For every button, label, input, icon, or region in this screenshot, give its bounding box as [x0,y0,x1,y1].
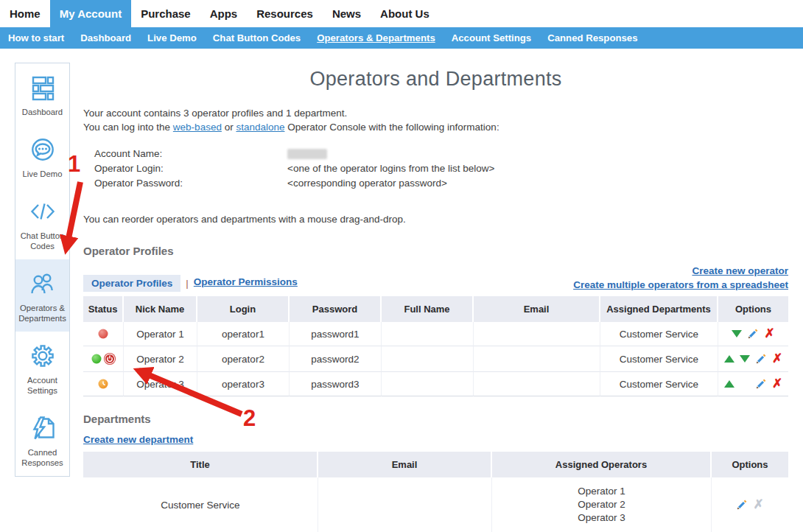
departments-cell: Customer Service [600,322,718,346]
full-name-cell [382,322,474,346]
tab-operator-permissions[interactable]: Operator Permissions [194,276,298,290]
assigned-operators-cell: Operator 1 Operator 2 Operator 3 [492,477,712,532]
col-assigned-departments: Assigned Departments [600,296,718,322]
col-email: Email [474,296,600,322]
subnav-account-settings[interactable]: Account Settings [443,27,539,49]
login-cell: operator2 [197,346,290,372]
sidebar-label: Dashboard [18,107,67,117]
col-options: Options [718,296,788,322]
department-title-cell: Customer Service [83,477,318,532]
operator-login-value: <one of the operator logins from the lis… [287,161,494,176]
move-down-icon[interactable] [732,330,742,337]
nav-my-account[interactable]: My Account [50,0,131,27]
intro-text: Your account contains 3 operator profile… [83,106,788,134]
subnav-how-to-start[interactable]: How to start [0,27,72,49]
operators-table: Status Nick Name Login Password Full Nam… [83,296,788,396]
nav-apps[interactable]: Apps [200,0,248,27]
operator-password-label: Operator Password: [94,176,287,191]
sidebar-label: Canned Responses [18,447,67,468]
edit-pencil-icon[interactable] [755,378,767,390]
top-nav: Home My Account Purchase Apps Resources … [0,0,803,27]
nav-resources[interactable]: Resources [247,0,323,27]
sidebar-label: Account Settings [18,375,67,396]
password-cell: password3 [290,372,382,396]
away-clock-icon [97,378,109,390]
col-login: Login [197,296,290,322]
edit-pencil-icon[interactable] [747,328,759,340]
create-new-operator-link[interactable]: Create new operator [573,264,788,278]
operator-row: Operator 2 operator2 password2 Customer … [83,346,788,372]
col-email: Email [318,452,492,477]
chat-bubble-icon [28,135,57,164]
standalone-link[interactable]: standalone [236,122,284,133]
col-full-name: Full Name [382,296,474,322]
col-password: Password [290,296,382,322]
department-row: Customer Service Operator 1 Operator 2 O… [83,477,788,532]
red-ball-icon [97,328,109,340]
code-icon [28,197,57,226]
col-options: Options [712,452,788,477]
operator-password-value: <corresponding operator password> [287,176,447,191]
col-nick-name: Nick Name [124,296,197,322]
sub-nav: How to start Dashboard Live Demo Chat Bu… [0,27,803,49]
subnav-live-demo[interactable]: Live Demo [139,27,205,49]
tab-operator-profiles[interactable]: Operator Profiles [83,275,180,292]
login-cell: operator3 [197,372,290,396]
gear-icon [28,341,57,371]
sidebar-item-chat-button-codes[interactable]: Chat Button Codes [15,187,69,259]
sidebar: Dashboard Live Demo Chat Button Codes [15,63,70,477]
sidebar-item-account-settings[interactable]: Account Settings [15,332,69,404]
subnav-dashboard[interactable]: Dashboard [72,27,139,49]
email-cell [474,346,600,372]
edit-pencil-icon[interactable] [755,353,767,365]
nav-purchase[interactable]: Purchase [131,0,200,27]
email-cell [474,322,600,346]
delete-x-disabled-icon: ✗ [753,500,763,510]
nav-news[interactable]: News [323,0,371,27]
dashboard-icon [28,73,57,102]
move-down-icon[interactable] [740,355,750,363]
main-content: Operators and Departments Your account c… [83,68,788,532]
login-cell: operator1 [197,322,290,346]
delete-x-icon[interactable]: ✗ [764,329,774,339]
operator-profiles-heading: Operator Profiles [83,245,788,257]
nick-name-cell: Operator 2 [124,346,197,372]
department-email-cell [318,477,492,532]
sidebar-label: Chat Button Codes [18,231,67,251]
create-multiple-operators-link[interactable]: Create multiple operators from a spreads… [573,278,788,292]
col-status: Status [83,296,124,322]
subnav-chat-button-codes[interactable]: Chat Button Codes [205,27,309,49]
green-ball-icon [91,353,102,365]
nick-name-cell: Operator 1 [124,322,197,346]
departments-cell: Customer Service [600,346,718,372]
operator-tabs-row: Operator Profiles | Operator Permissions… [83,264,788,292]
departments-heading: Departments [83,413,788,425]
departments-cell: Customer Service [600,372,718,396]
power-off-icon[interactable] [103,352,116,365]
move-up-icon[interactable] [724,380,734,388]
full-name-cell [382,346,474,372]
sidebar-item-operators-departments[interactable]: Operators & Departments [15,259,69,332]
sidebar-item-canned-responses[interactable]: Canned Responses [15,404,69,476]
operator-row: Operator 1 operator1 password1 Customer … [83,322,788,346]
email-cell [474,372,600,396]
move-up-icon[interactable] [724,355,734,363]
sidebar-item-dashboard[interactable]: Dashboard [15,63,69,125]
nick-name-cell: Operator 3 [124,372,197,396]
subnav-canned-responses[interactable]: Canned Responses [539,27,645,49]
delete-x-icon[interactable]: ✗ [772,379,782,389]
reorder-note: You can reorder operators and department… [83,214,788,225]
sidebar-label: Operators & Departments [18,303,67,323]
nav-about-us[interactable]: About Us [371,0,439,27]
col-title: Title [83,452,318,477]
create-new-department-link[interactable]: Create new department [83,434,193,445]
edit-pencil-icon[interactable] [736,499,748,511]
nav-home[interactable]: Home [0,0,50,27]
web-based-link[interactable]: web-based [173,122,222,133]
lightning-document-icon [28,413,57,443]
subnav-operators-departments[interactable]: Operators & Departments [309,27,443,49]
sidebar-label: Live Demo [18,169,67,179]
delete-x-icon[interactable]: ✗ [772,354,782,364]
sidebar-item-live-demo[interactable]: Live Demo [15,125,69,187]
operator-login-label: Operator Login: [94,161,287,176]
